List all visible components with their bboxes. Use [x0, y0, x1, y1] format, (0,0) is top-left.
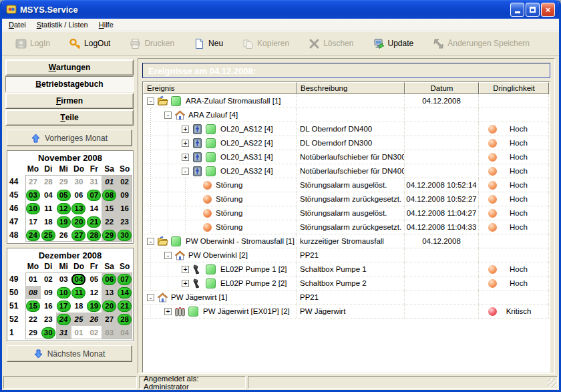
calendar-day[interactable]: 02 — [117, 175, 132, 188]
calendar-day[interactable]: 27 — [102, 313, 117, 326]
table-row[interactable]: StörungStörungsalarm zurückgesetzt.04.12… — [143, 192, 550, 206]
expand-icon[interactable]: + — [182, 140, 189, 147]
collapse-icon[interactable]: - — [164, 252, 172, 259]
calendar-day[interactable]: 14 — [86, 202, 102, 215]
calendar-day[interactable]: 26 — [56, 228, 71, 242]
collapse-icon[interactable]: - — [147, 238, 154, 245]
table-row[interactable]: -PW Jägerwirt [1]PP21 — [143, 290, 550, 305]
calendar-day[interactable]: 13 — [71, 202, 87, 215]
calendar-day[interactable]: 02 — [41, 272, 56, 286]
calendar-day[interactable]: 01 — [102, 175, 117, 188]
table-row[interactable]: -ARA-Zulauf Stromausfall [1]04.12.2008 — [143, 94, 550, 108]
calendar-day[interactable]: 29 — [25, 326, 41, 339]
table-row[interactable]: +OL20_AS31 [4]Notüberlaufschieber für DN… — [143, 150, 550, 164]
calendar-day[interactable]: 23 — [117, 215, 132, 228]
calendar-day[interactable]: 07 — [86, 188, 102, 202]
calendar-day[interactable]: 26 — [86, 313, 102, 326]
expand-icon[interactable]: + — [182, 154, 189, 161]
calendar-day[interactable]: 17 — [25, 215, 41, 228]
update-button[interactable]: Update — [368, 36, 419, 51]
calendar-day[interactable]: 29 — [56, 175, 71, 188]
calendar-day[interactable]: 03 — [102, 326, 117, 339]
close-button[interactable]: × — [541, 3, 555, 17]
calendar-day[interactable]: 18 — [41, 215, 56, 228]
table-row[interactable]: -OL20_AS32 [4]Notüberlaufschieber für DN… — [143, 164, 550, 178]
calendar-day[interactable]: 23 — [41, 313, 56, 326]
calendar-day[interactable]: 19 — [86, 299, 102, 313]
calendar-day[interactable]: 29 — [102, 228, 117, 242]
calendar-day[interactable]: 17 — [56, 299, 71, 313]
resize-grip[interactable] — [548, 379, 556, 387]
calendar-day[interactable]: 27 — [71, 228, 87, 242]
collapse-icon[interactable]: - — [182, 168, 189, 175]
calendar-day[interactable]: 30 — [117, 228, 132, 242]
calendar-day[interactable]: 28 — [86, 228, 102, 242]
menu-item-statistik-listen[interactable]: Statistik / Listen — [31, 19, 94, 30]
calendar-day[interactable]: 02 — [86, 326, 102, 339]
expand-icon[interactable]: + — [164, 308, 172, 315]
next-month-button[interactable]: Nächstes Monat — [7, 345, 132, 362]
table-row[interactable]: +EL02P Pumpe 1 [2]Schaltbox Pumpe 1Hoch — [143, 262, 550, 276]
calendar-day[interactable]: 15 — [25, 299, 41, 313]
calendar-day[interactable]: 30 — [41, 326, 56, 339]
expand-icon[interactable]: + — [182, 280, 189, 287]
calendar-day[interactable]: 04 — [117, 326, 132, 339]
calendar-day[interactable]: 10 — [25, 202, 41, 215]
sidebar-item-wartungen[interactable]: Wartungen — [5, 59, 134, 75]
calendar-day[interactable]: 01 — [25, 272, 41, 286]
table-row[interactable]: -ARA Zulauf [4] — [143, 108, 550, 122]
calendar-day[interactable]: 01 — [71, 326, 87, 339]
calendar-day[interactable]: 31 — [56, 326, 71, 339]
calendar-day[interactable]: 11 — [41, 202, 56, 215]
column-header-dringlichkeit[interactable]: Dringlichkeit — [479, 82, 549, 94]
calendar-day[interactable]: 30 — [71, 175, 87, 188]
calendar-day[interactable]: 20 — [71, 215, 87, 228]
calendar-day[interactable]: 06 — [102, 272, 117, 286]
calendar-day[interactable]: 03 — [56, 272, 71, 286]
calendar-day[interactable]: 28 — [41, 175, 56, 188]
column-header-datum[interactable]: Datum — [405, 82, 479, 94]
calendar-day[interactable]: 09 — [117, 188, 132, 202]
minimize-button[interactable] — [510, 3, 524, 17]
calendar-day[interactable]: 18 — [71, 299, 87, 313]
table-row[interactable]: +PW Jägerwirt [EX01P] [2]PW JägerwirtKri… — [143, 305, 550, 319]
expand-icon[interactable]: + — [182, 126, 189, 133]
calendar-day[interactable]: 21 — [117, 299, 132, 313]
calendar-day[interactable]: 05 — [56, 188, 71, 202]
sidebar-item-teile[interactable]: Teile — [5, 110, 134, 126]
sidebar-item-betriebstagebuch[interactable]: Betriebstagebuch — [5, 76, 134, 92]
table-row[interactable]: +OL20_AS12 [4]DL Oberndorf DN400Hoch — [143, 122, 550, 136]
table-row[interactable]: +OL20_AS22 [4]DL Oberndorf DN300Hoch — [143, 136, 550, 150]
calendar-day[interactable]: 10 — [56, 286, 71, 299]
calendar-day[interactable]: 09 — [41, 286, 56, 299]
calendar-day[interactable]: 24 — [56, 313, 71, 326]
calendar-day[interactable]: 12 — [86, 286, 102, 299]
table-row[interactable]: +EL02P Pumpe 2 [2]Schaltbox Pumpe 2Hoch — [143, 276, 550, 290]
table-row[interactable]: -PW Oberwinkl [2]PP21 — [143, 248, 550, 262]
calendar-day[interactable]: 25 — [71, 313, 87, 326]
calendar-day[interactable]: 19 — [56, 215, 71, 228]
calendar-day[interactable]: 05 — [86, 272, 102, 286]
calendar-day-selected[interactable]: 04 — [71, 272, 87, 286]
calendar-day[interactable]: 07 — [117, 272, 132, 286]
maximize-button[interactable] — [526, 3, 540, 17]
calendar-day[interactable]: 27 — [25, 175, 41, 188]
calendar-day[interactable]: 31 — [86, 175, 102, 188]
calendar-day[interactable]: 28 — [117, 313, 132, 326]
column-header-ereignis[interactable]: Ereignis — [143, 82, 297, 94]
title-bar[interactable]: MSYS.Service × — [2, 0, 559, 19]
sidebar-item-firmen[interactable]: Firmen — [5, 93, 134, 109]
table-row[interactable]: StörungStörungsalarm ausgelöst.04.12.200… — [143, 206, 550, 220]
neu-button[interactable]: Neu — [188, 36, 228, 51]
collapse-icon[interactable]: - — [147, 97, 154, 105]
menu-item-hilfe[interactable]: Hilfe — [94, 19, 119, 30]
calendar-day[interactable]: 25 — [41, 228, 56, 242]
calendar-day[interactable]: 20 — [102, 299, 117, 313]
menu-item-datei[interactable]: Datei — [3, 19, 31, 30]
calendar-day[interactable]: 11 — [71, 286, 87, 299]
calendar-day[interactable]: 22 — [102, 215, 117, 228]
calendar-day[interactable]: 08 — [25, 286, 41, 299]
table-row[interactable]: StörungStörungsalarm zurückgesetzt.04.12… — [143, 220, 550, 234]
calendar-day[interactable]: 24 — [25, 228, 41, 242]
calendar-day[interactable]: 14 — [117, 286, 132, 299]
